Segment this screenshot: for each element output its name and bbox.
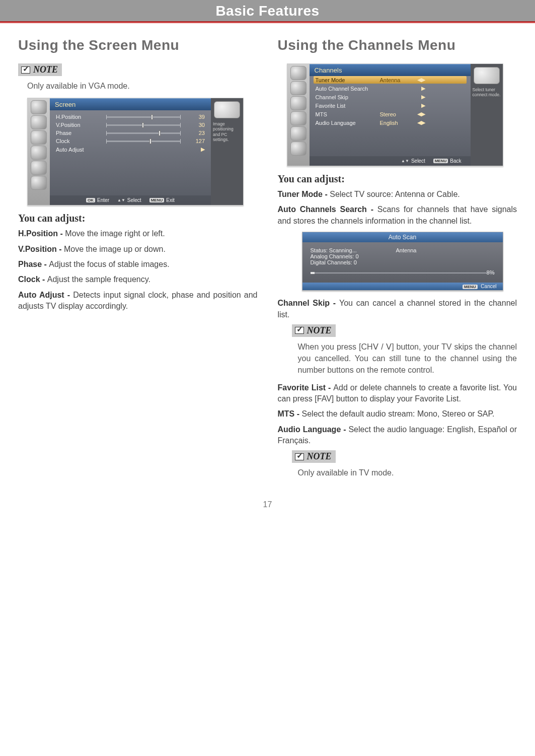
osd-row-value: 23 <box>181 130 205 136</box>
osd-row-label: Channel Skip <box>316 94 380 100</box>
osd-nav-icon[interactable] <box>31 130 47 145</box>
osd-icon-strip <box>287 64 310 166</box>
osd-row-label: MTS <box>316 111 380 117</box>
desc-item: Tuner Mode - Select TV source: Antenna o… <box>278 189 517 200</box>
tv-illustration-icon <box>474 67 500 84</box>
note-body: When you press [CHⅤ / Ⅴ] button, your TV… <box>298 341 517 376</box>
scan-source: Antenna <box>396 247 417 253</box>
leftright-icon: ◀▶ <box>415 119 425 126</box>
osd-nav-icon[interactable] <box>31 115 47 129</box>
osd-row-tuner-mode[interactable]: Tuner Mode Antenna ◀▶ <box>314 76 467 84</box>
leftright-icon: ◀▶ <box>415 77 425 83</box>
osd-row[interactable]: Auto Channel Search ▶ <box>314 85 467 92</box>
right-column: Using the Channels Menu Channels Tuner M… <box>278 37 517 485</box>
osd-row-value: 127 <box>181 138 205 144</box>
leftright-icon: ◀▶ <box>415 111 425 117</box>
osd-side-caption: Image positioning and PC settings. <box>213 121 241 142</box>
page-header-title: Basic Features <box>0 3 535 19</box>
note-label: NOTE <box>33 64 58 75</box>
osd-row-value: Antenna <box>380 77 415 83</box>
updown-icon: ▲▼ <box>117 198 125 202</box>
osd-row[interactable]: V.Position 30 <box>54 121 207 128</box>
desc-item: H.Position - Move the image right or lef… <box>18 228 258 239</box>
osd-row[interactable]: Phase 23 <box>54 129 207 136</box>
desc-item: Auto Channels Search - Scans for channel… <box>278 204 517 227</box>
osd-nav-icon[interactable] <box>31 176 47 190</box>
left-column: Using the Screen Menu NOTE Only availabl… <box>18 37 258 485</box>
osd-title: Screen <box>50 98 211 110</box>
desc-item: Phase - Adjust the focus of stable image… <box>18 259 258 270</box>
osd-row-label: Auto Adjust <box>56 147 106 153</box>
menu-key-icon: MENU <box>463 285 478 289</box>
osd-nav-icon[interactable] <box>31 100 47 114</box>
tv-illustration-icon <box>214 101 240 118</box>
chevron-right-icon: ▶ <box>415 102 425 109</box>
chevron-right-icon: ▶ <box>415 94 425 100</box>
footer-exit: Exit <box>166 197 175 203</box>
osd-side-panel: Select tuner connect mode. <box>471 64 503 166</box>
check-icon <box>295 453 304 460</box>
slider[interactable] <box>106 132 181 134</box>
footer-select: Select <box>411 158 425 164</box>
chevron-right-icon: ▶ <box>415 85 425 92</box>
osd-row-value: 30 <box>181 122 205 128</box>
osd-row[interactable]: Auto Adjust ▶ <box>54 146 207 153</box>
desc-item: Channel Skip - You can cancel a channel … <box>278 298 517 320</box>
osd-row[interactable]: H.Position 39 <box>54 113 207 120</box>
osd-nav-icon[interactable] <box>290 66 307 80</box>
osd-nav-icon[interactable] <box>290 142 307 156</box>
check-icon <box>21 66 30 74</box>
osd-row[interactable]: MTS Stereo ◀▶ <box>314 110 467 118</box>
scan-digital: Digital Channels: 0 <box>311 259 357 265</box>
osd-nav-icon[interactable] <box>290 111 307 125</box>
desc-item: Clock - Adjust the sample frequency. <box>18 274 258 285</box>
chevron-right-icon: ▶ <box>195 146 205 153</box>
osd-row-value: English <box>380 120 415 126</box>
scan-cancel[interactable]: Cancel <box>481 284 496 289</box>
osd-nav-icon[interactable] <box>290 96 307 110</box>
note-tag: NOTE <box>18 63 62 76</box>
desc-item: MTS - Select the default audio stream: M… <box>278 408 517 420</box>
osd-icon-strip <box>28 98 50 205</box>
osd-title: Channels <box>310 64 471 76</box>
osd-row[interactable]: Audio Language English ◀▶ <box>314 119 467 126</box>
check-icon <box>295 327 304 334</box>
osd-screen: Screen H.Position 39 V.Position 30 Phase… <box>27 98 244 205</box>
footer-enter: Enter <box>97 197 109 203</box>
osd-row[interactable]: Favorite List ▶ <box>314 102 467 109</box>
note-body: Only available in TV mode. <box>298 467 517 478</box>
note-tag: NOTE <box>292 450 336 463</box>
scan-analog: Analog Channels: 0 <box>311 253 359 259</box>
scan-title: Auto Scan <box>302 232 503 242</box>
desc-item: Audio Language - Select the audio langua… <box>278 424 517 447</box>
osd-nav-icon[interactable] <box>31 146 47 160</box>
slider[interactable] <box>106 124 181 126</box>
slider[interactable] <box>106 141 181 142</box>
osd-footer: OKEnter ▲▼Select MENUExit <box>50 195 211 205</box>
osd-row-label: Tuner Mode <box>316 77 380 83</box>
menu-key-icon: MENU <box>433 159 448 163</box>
osd-nav-icon[interactable] <box>290 126 307 141</box>
desc-item: Auto Adjust - Detects input signal clock… <box>18 290 258 312</box>
footer-select: Select <box>127 197 141 203</box>
osd-row-label: Auto Channel Search <box>316 86 380 92</box>
note-label: NOTE <box>307 451 332 462</box>
footer-back: Back <box>450 158 461 164</box>
desc-item: V.Position - Move the image up or down. <box>18 244 258 255</box>
osd-nav-icon[interactable] <box>290 81 307 95</box>
osd-row-label: Favorite List <box>316 103 380 109</box>
osd-row-label: Clock <box>56 138 106 144</box>
osd-channels: Channels Tuner Mode Antenna ◀▶ Auto Chan… <box>287 63 503 166</box>
osd-row[interactable]: Clock 127 <box>54 138 207 145</box>
page-number: 17 <box>18 500 517 509</box>
osd-nav-icon[interactable] <box>31 161 47 175</box>
auto-scan-dialog: Auto Scan Status: Scanning...Antenna Ana… <box>302 232 503 291</box>
slider[interactable] <box>106 116 181 118</box>
osd-side-caption: Select tuner connect mode. <box>473 87 501 97</box>
osd-row[interactable]: Channel Skip ▶ <box>314 93 467 101</box>
page-header: Basic Features <box>0 0 535 21</box>
section-heading-channels: Using the Channels Menu <box>278 37 517 53</box>
note-body: Only available in VGA mode. <box>27 80 258 92</box>
osd-footer: ▲▼Select MENUBack <box>310 156 471 166</box>
scan-progress-bar <box>311 272 495 273</box>
